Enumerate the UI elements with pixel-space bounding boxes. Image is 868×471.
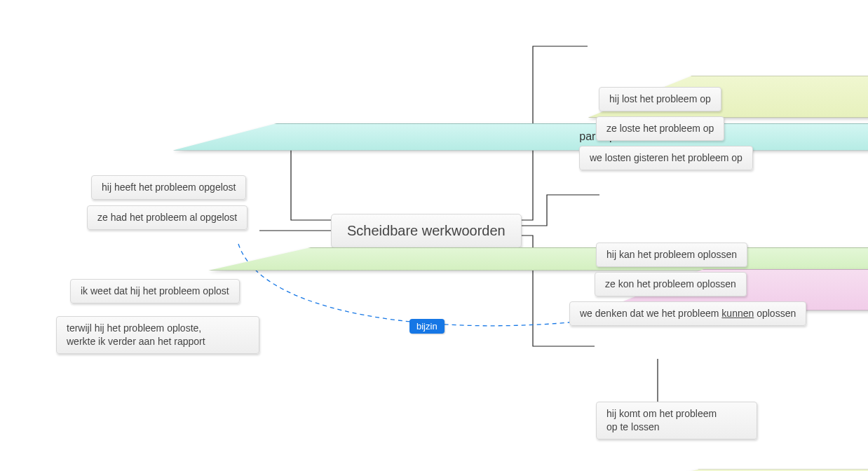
gescheiden-example-3[interactable]: we losten gisteren het probleem op (579, 146, 753, 170)
root-node[interactable]: Scheidbare werkwoorden (331, 214, 522, 248)
gescheiden-example-2[interactable]: ze loste het probleem op (596, 116, 724, 141)
modaal-example-2[interactable]: ze kon het probleem oplossen (595, 272, 747, 296)
omte-example-1[interactable]: hij komt om het probleem op te lossen (596, 402, 757, 439)
modaal-ex3-before: we denken dat we het probleem (580, 308, 721, 319)
participium-example-2[interactable]: ze had het probleem al opgelost (87, 205, 247, 230)
crosslink-badge[interactable]: bijzin (409, 319, 445, 334)
bijzin-example-2[interactable]: terwijl hij het probleem oploste, werkte… (56, 316, 259, 354)
category-participium[interactable]: participium (172, 123, 868, 151)
crosslink-badge-label: bijzin (416, 321, 438, 332)
modaal-ex3-after: oplossen (754, 308, 796, 319)
gescheiden-example-1[interactable]: hij lost het probleem op (599, 87, 721, 111)
category-bijzin[interactable]: bijzin (208, 247, 868, 271)
modaal-example-3[interactable]: we denken dat we het probleem kunnen opl… (569, 301, 806, 326)
modaal-example-1[interactable]: hij kan het probleem oplossen (596, 243, 747, 267)
modaal-ex3-under: kunnen (721, 308, 754, 319)
participium-example-1[interactable]: hij heeft het probleem opgelost (91, 175, 246, 200)
mindmap-canvas: Scheidbare werkwoorden participium hij h… (0, 0, 868, 471)
root-title: Scheidbare werkwoorden (347, 223, 506, 238)
bijzin-example-1[interactable]: ik weet dat hij het probleem oplost (70, 279, 240, 303)
